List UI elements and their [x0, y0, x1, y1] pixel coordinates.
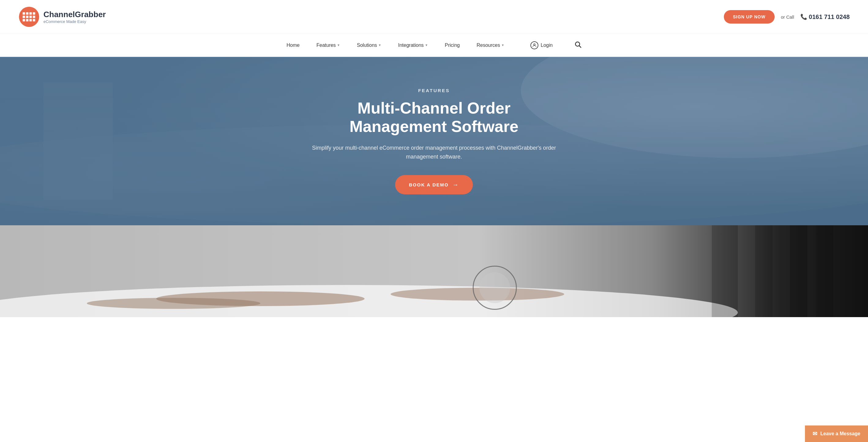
- header-top: ChannelGrabber eCommerce Made Easy SIGN …: [0, 0, 868, 34]
- svg-rect-1: [23, 12, 25, 15]
- nav-features-arrow: ▼: [337, 43, 340, 47]
- svg-point-13: [533, 43, 535, 45]
- svg-rect-3: [29, 12, 32, 15]
- nav-integrations-label: Integrations: [398, 42, 424, 48]
- svg-rect-11: [29, 19, 32, 22]
- svg-rect-5: [23, 15, 25, 18]
- nav-pricing[interactable]: Pricing: [445, 42, 460, 48]
- login-label: Login: [541, 42, 553, 48]
- svg-line-15: [579, 45, 581, 48]
- nav-resources-arrow: ▼: [501, 43, 504, 47]
- svg-point-0: [19, 7, 39, 27]
- signup-button[interactable]: SIGN UP NOW: [724, 10, 775, 24]
- logo-icon: [18, 6, 40, 28]
- svg-rect-27: [712, 225, 738, 317]
- user-icon: [530, 41, 538, 49]
- search-icon: [574, 41, 582, 48]
- nav-pricing-label: Pricing: [445, 42, 460, 48]
- header-right-actions: SIGN UP NOW or Call 📞 0161 711 0248: [724, 10, 850, 24]
- hero-subtitle: Simplify your multi-channel eCommerce or…: [309, 144, 559, 161]
- nav-features[interactable]: Features ▼: [316, 42, 340, 48]
- svg-point-24: [391, 288, 564, 301]
- nav-home-label: Home: [286, 42, 300, 48]
- book-demo-label: BOOK A DEMO: [409, 182, 449, 187]
- svg-point-23: [87, 298, 260, 309]
- phone-number: 0161 711 0248: [809, 13, 850, 21]
- phone-icon: 📞: [800, 13, 807, 20]
- svg-rect-2: [26, 12, 28, 15]
- search-button[interactable]: [574, 41, 582, 50]
- hero-section: FEATURES Multi-Channel Order Management …: [0, 57, 868, 225]
- phone-area[interactable]: 📞 0161 711 0248: [800, 13, 850, 21]
- or-call-text: or Call: [781, 14, 794, 20]
- nav-home[interactable]: Home: [286, 42, 300, 48]
- svg-rect-29: [790, 225, 807, 317]
- bottom-image-section: [0, 225, 868, 317]
- nav-solutions-arrow: ▼: [378, 43, 381, 47]
- nav-resources[interactable]: Resources ▼: [476, 42, 504, 48]
- nav-solutions[interactable]: Solutions ▼: [357, 42, 381, 48]
- svg-rect-12: [33, 19, 35, 22]
- brand-name: ChannelGrabber: [43, 10, 106, 19]
- nav-integrations[interactable]: Integrations ▼: [398, 42, 428, 48]
- svg-point-26: [479, 273, 510, 303]
- arrow-right-icon: →: [452, 181, 459, 188]
- nav-links: Home Features ▼ Solutions ▼ Integrations…: [286, 41, 581, 50]
- nav-solutions-label: Solutions: [357, 42, 377, 48]
- login-area[interactable]: Login: [530, 41, 553, 49]
- svg-rect-7: [29, 15, 32, 18]
- svg-rect-30: [816, 225, 833, 317]
- brand-tagline: eCommerce Made Easy: [43, 19, 106, 24]
- svg-rect-4: [33, 12, 35, 15]
- svg-rect-8: [33, 15, 35, 18]
- svg-rect-28: [755, 225, 773, 317]
- nav-resources-label: Resources: [476, 42, 500, 48]
- svg-rect-6: [26, 15, 28, 18]
- logo-text: ChannelGrabber eCommerce Made Easy: [43, 10, 106, 24]
- logo-area[interactable]: ChannelGrabber eCommerce Made Easy: [18, 6, 106, 28]
- hero-label: FEATURES: [309, 88, 559, 93]
- hero-content: FEATURES Multi-Channel Order Management …: [296, 88, 572, 194]
- book-demo-button[interactable]: BOOK A DEMO →: [395, 175, 473, 194]
- svg-rect-9: [23, 19, 25, 22]
- main-nav: Home Features ▼ Solutions ▼ Integrations…: [0, 34, 868, 57]
- nav-integrations-arrow: ▼: [425, 43, 428, 47]
- svg-rect-10: [26, 19, 28, 22]
- hero-title: Multi-Channel Order Management Software: [309, 99, 559, 136]
- nav-features-label: Features: [316, 42, 336, 48]
